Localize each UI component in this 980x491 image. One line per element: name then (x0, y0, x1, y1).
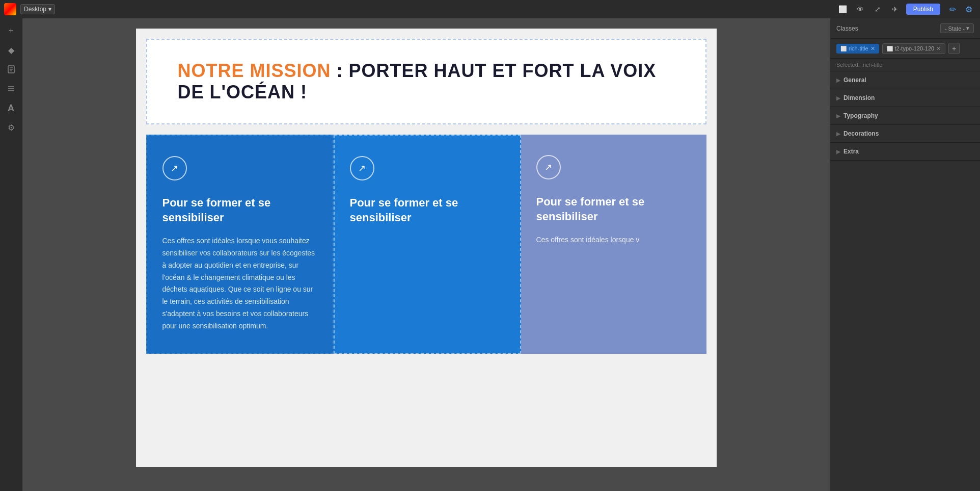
page-title: NOTRE MISSION : PORTER HAUT ET FORT LA V… (178, 60, 675, 103)
section-decorations-header[interactable]: ▶ Decorations (830, 125, 980, 142)
title-orange: NOTRE MISSION (178, 60, 331, 81)
decorations-chevron-icon: ▶ (836, 131, 840, 137)
state-dropdown[interactable]: - State - ▾ (940, 23, 974, 33)
class-tag-rich-title-close[interactable]: ✕ (870, 45, 875, 52)
device-label: Desktop (24, 6, 46, 13)
decorations-label: Decorations (843, 130, 974, 137)
section-dimension: ▶ Dimension (830, 89, 980, 107)
edit-icons: ✏ ⚙ (945, 2, 976, 16)
card-3-text: Ces offres sont idéales lorsque v (536, 234, 691, 246)
class-tag-typo-label: t2-typo-120-120 (895, 45, 935, 51)
section-dimension-header[interactable]: ▶ Dimension (830, 89, 980, 107)
dimension-label: Dimension (843, 94, 974, 101)
device-selector[interactable]: Desktop ▾ (20, 4, 55, 14)
deploy-icon[interactable]: ✈ (889, 3, 901, 15)
section-typography-header[interactable]: ▶ Typography (830, 107, 980, 124)
add-element-icon[interactable]: + (3, 22, 19, 39)
typography-label: Typography (843, 112, 974, 119)
fullscreen-icon[interactable]: ⤢ (872, 3, 884, 15)
class-tag-rich-title-icon: ⬜ (840, 46, 847, 51)
state-chevron-icon: ▾ (966, 25, 969, 32)
publish-button[interactable]: Publish (906, 4, 940, 15)
card-2-arrow-icon: ↗ (350, 156, 374, 180)
section-extra: ▶ Extra (830, 143, 980, 161)
class-tag-typo-icon: ⬜ (887, 46, 893, 51)
section-general-header[interactable]: ▶ General (830, 71, 980, 89)
settings-gear-icon[interactable]: ⚙ (962, 2, 976, 16)
eye-preview-icon[interactable]: 👁 (854, 3, 866, 15)
selected-info: Selected: .rich-title (830, 59, 980, 71)
state-label: - State - (945, 25, 965, 32)
page-header: NOTRE MISSION : PORTER HAUT ET FORT LA V… (146, 39, 706, 124)
classes-row: ⬜ rich-title ✕ ⬜ t2-typo-120-120 ✕ + (830, 39, 980, 59)
preview-square-icon[interactable]: ⬜ (837, 3, 849, 15)
cards-section: ↗ Pour se former et se sensibiliser Ces … (146, 135, 706, 354)
class-tag-rich-title-label: rich-title (849, 45, 868, 51)
left-sidebar: + ◆ A ⚙ (0, 18, 22, 491)
section-decorations: ▶ Decorations (830, 125, 980, 143)
pages-icon[interactable] (3, 61, 19, 77)
card-1: ↗ Pour se former et se sensibiliser Ces … (146, 135, 334, 354)
extra-label: Extra (843, 148, 974, 155)
extra-chevron-icon: ▶ (836, 149, 840, 154)
app-logo (4, 3, 16, 15)
publish-label: Publish (913, 6, 933, 13)
card-2-title: Pour se former et se sensibiliser (350, 196, 505, 225)
diamond-icon[interactable]: ◆ (3, 42, 19, 58)
device-chevron-icon: ▾ (48, 6, 51, 13)
card-1-arrow-icon: ↗ (162, 156, 187, 180)
main-layout: + ◆ A ⚙ NOTRE MISSION : PORT (0, 18, 980, 491)
class-tag-typo-close[interactable]: ✕ (936, 45, 941, 52)
dimension-chevron-icon: ▶ (836, 95, 840, 101)
classes-state-header: Classes - State - ▾ (830, 18, 980, 39)
topbar-right: ⬜ 👁 ⤢ ✈ Publish ✏ ⚙ (837, 2, 976, 16)
card-3-arrow-icon: ↗ (536, 155, 561, 179)
topbar: Desktop ▾ ⬜ 👁 ⤢ ✈ Publish ✏ ⚙ (0, 0, 980, 18)
typography-sidebar-icon[interactable]: A (3, 100, 19, 116)
gear-sidebar-icon[interactable]: ⚙ (3, 119, 19, 136)
right-sidebar: Classes - State - ▾ ⬜ rich-title ✕ ⬜ t2-… (830, 18, 980, 491)
section-general: ▶ General (830, 71, 980, 89)
selected-info-text: Selected: .rich-title (836, 62, 882, 68)
class-tag-typo[interactable]: ⬜ t2-typo-120-120 ✕ (882, 43, 946, 54)
card-3-title: Pour se former et se sensibiliser (536, 195, 691, 224)
card-1-title: Pour se former et se sensibiliser (162, 196, 317, 225)
class-tag-rich-title[interactable]: ⬜ rich-title ✕ (836, 44, 879, 54)
general-label: General (843, 76, 974, 84)
section-typography: ▶ Typography (830, 107, 980, 125)
add-class-button[interactable]: + (948, 43, 960, 54)
edit-pencil-icon[interactable]: ✏ (945, 2, 960, 16)
canvas-content: NOTRE MISSION : PORTER HAUT ET FORT LA V… (136, 29, 717, 467)
section-extra-header[interactable]: ▶ Extra (830, 143, 980, 160)
card-1-text: Ces offres sont idéales lorsque vous sou… (162, 235, 317, 332)
typography-chevron-icon: ▶ (836, 113, 840, 119)
general-chevron-icon: ▶ (836, 77, 840, 83)
classes-label: Classes (836, 25, 936, 32)
card-2: ↗ Pour se former et se sensibiliser (334, 135, 521, 354)
layers-icon[interactable] (3, 81, 19, 97)
card-3: ↗ Pour se former et se sensibiliser Ces … (521, 135, 706, 354)
canvas-area[interactable]: NOTRE MISSION : PORTER HAUT ET FORT LA V… (22, 18, 830, 491)
